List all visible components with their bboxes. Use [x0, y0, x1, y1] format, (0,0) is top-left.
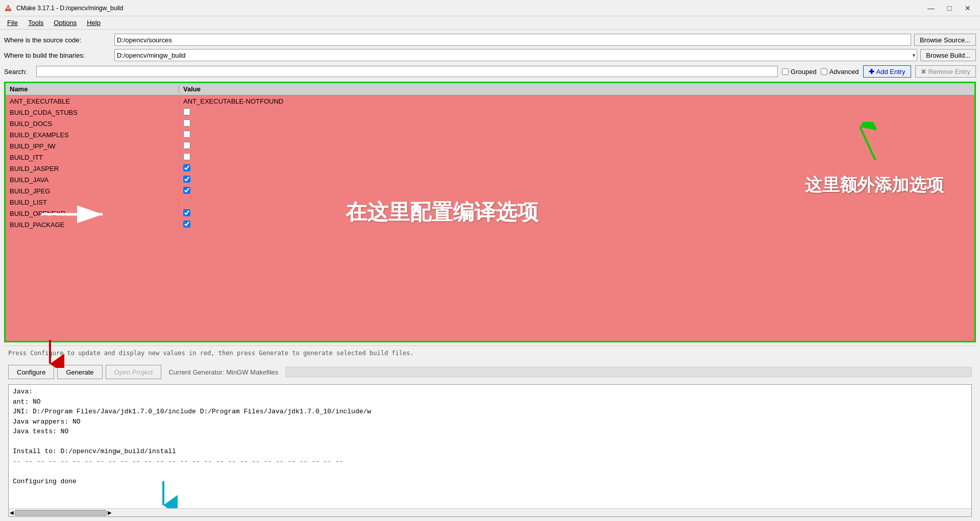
row-value — [179, 209, 974, 218]
cmake-table: Name Value ANT_EXECUTABLE ANT_EXECUTABLE… — [4, 82, 976, 342]
table-row[interactable]: BUILD_PACKAGE — [6, 219, 974, 230]
row-name: BUILD_EXAMPLES — [6, 131, 179, 139]
table-row[interactable]: BUILD_LIST — [6, 196, 974, 208]
row-name: BUILD_LIST — [6, 199, 179, 206]
configure-button[interactable]: Configure — [8, 365, 54, 379]
generate-button[interactable]: Generate — [57, 365, 102, 379]
browse-build-button[interactable]: Browse Build... — [920, 49, 976, 61]
log-line: Java: — [13, 387, 967, 397]
table-header: Name Value — [6, 83, 974, 95]
grouped-checkbox[interactable] — [782, 68, 789, 75]
table-row[interactable]: BUILD_DOCS — [6, 118, 974, 129]
generator-label: Current Generator: MinGW Makefiles — [168, 368, 278, 376]
table-row[interactable]: BUILD_CUDA_STUBS — [6, 107, 974, 118]
row-checkbox[interactable] — [183, 131, 190, 138]
log-line: Java wrappers: NO — [13, 417, 967, 427]
row-name: BUILD_CUDA_STUBS — [6, 109, 179, 116]
row-name: BUILD_PACKAGE — [6, 221, 179, 229]
source-path-label: Where is the source code: — [4, 36, 111, 44]
row-name: ANT_EXECUTABLE — [6, 97, 179, 105]
annotation-right-text: 这里额外添加选项 — [805, 173, 944, 197]
log-line: ant: NO — [13, 397, 967, 407]
row-value — [179, 119, 974, 128]
plus-icon: ✚ — [869, 68, 874, 76]
search-row: Search: Grouped Advanced ✚ Add Entry ✖ R… — [4, 64, 976, 79]
row-checkbox[interactable] — [183, 142, 190, 149]
close-button[interactable]: ✕ — [960, 2, 976, 14]
log-line — [13, 437, 967, 447]
log-horizontal-scrollbar[interactable]: ◀ ▶ — [9, 508, 971, 516]
log-line — [13, 466, 967, 477]
grouped-label: Grouped — [791, 68, 817, 76]
row-name: BUILD_JPEG — [6, 187, 179, 195]
log-area: Java: ant: NO JNI: D:/Pr — [8, 384, 972, 517]
row-value — [179, 153, 974, 162]
row-name: BUILD_OPENEXR — [6, 210, 179, 217]
maximize-button[interactable]: □ — [941, 2, 958, 14]
scroll-right-arrow[interactable]: ▶ — [108, 510, 112, 515]
table-body[interactable]: ANT_EXECUTABLE ANT_EXECUTABLE-NOTFOUND B… — [6, 95, 974, 341]
row-checkbox[interactable] — [183, 108, 190, 115]
status-text: Press Configure to update and display ne… — [8, 350, 414, 357]
table-row[interactable]: BUILD_ITT — [6, 152, 974, 163]
minimize-button[interactable]: — — [923, 2, 939, 14]
title-bar: CMake 3.17.1 - D:/opencv/mingw_build — □… — [0, 0, 980, 16]
cmake-icon — [4, 4, 12, 12]
log-line: JNI: D:/Program Files/Java/jdk1.7.0_10/i… — [13, 407, 967, 417]
scrollbar-thumb[interactable] — [15, 510, 107, 516]
log-content[interactable]: Java: ant: NO JNI: D:/Pr — [9, 385, 971, 508]
row-value — [179, 131, 974, 139]
row-checkbox[interactable] — [183, 187, 190, 194]
row-value — [179, 220, 974, 229]
row-value — [179, 142, 974, 151]
bottom-buttons: Configure Generate Open Project Current … — [4, 363, 976, 381]
source-path-input[interactable] — [114, 34, 911, 46]
table-row[interactable]: BUILD_JASPER — [6, 163, 974, 174]
log-line: -- -- -- -- -- -- -- -- -- -- -- -- -- -… — [13, 457, 967, 467]
source-path-row: Where is the source code: Browse Source.… — [4, 34, 976, 46]
log-line: Java tests: NO — [13, 427, 967, 437]
menu-bar: File Tools Options Help — [0, 16, 980, 30]
row-value: ANT_EXECUTABLE-NOTFOUND — [179, 97, 974, 105]
row-name: BUILD_IPP_IW — [6, 142, 179, 150]
status-bar: Press Configure to update and display ne… — [4, 345, 976, 360]
menu-help[interactable]: Help — [82, 18, 106, 28]
browse-source-button[interactable]: Browse Source... — [914, 34, 976, 46]
row-checkbox[interactable] — [183, 153, 190, 160]
table-row[interactable]: BUILD_EXAMPLES — [6, 129, 974, 140]
log-line: Install to: D:/opencv/mingw_build/instal… — [13, 446, 967, 457]
row-name: BUILD_DOCS — [6, 120, 179, 128]
log-line: Configuring done — [13, 477, 967, 487]
row-checkbox[interactable] — [183, 209, 190, 216]
search-label: Search: — [4, 68, 32, 76]
build-path-label: Where to build the binaries: — [4, 52, 111, 59]
row-name: BUILD_JASPER — [6, 165, 179, 172]
row-checkbox[interactable] — [183, 220, 190, 228]
row-checkbox[interactable] — [183, 119, 190, 127]
table-row[interactable]: BUILD_OPENEXR — [6, 208, 974, 219]
add-entry-button[interactable]: ✚ Add Entry — [863, 65, 911, 78]
main-content: Where is the source code: Browse Source.… — [0, 30, 980, 521]
row-value — [179, 164, 974, 173]
row-checkbox[interactable] — [183, 176, 190, 183]
menu-file[interactable]: File — [2, 18, 23, 28]
column-value-header: Value — [179, 85, 974, 93]
advanced-label: Advanced — [829, 68, 859, 76]
window-title: CMake 3.17.1 - D:/opencv/mingw_build — [16, 5, 123, 12]
menu-tools[interactable]: Tools — [23, 18, 48, 28]
table-row[interactable]: ANT_EXECUTABLE ANT_EXECUTABLE-NOTFOUND — [6, 95, 974, 107]
menu-options[interactable]: Options — [48, 18, 82, 28]
row-checkbox[interactable] — [183, 164, 190, 171]
row-name: BUILD_JAVA — [6, 176, 179, 184]
svg-point-1 — [7, 7, 10, 10]
column-name-header: Name — [6, 85, 179, 93]
open-project-button[interactable]: Open Project — [106, 365, 162, 379]
advanced-checkbox[interactable] — [821, 68, 827, 75]
row-value — [179, 108, 974, 117]
build-path-select[interactable]: D:/opencv/mingw_build — [114, 49, 917, 61]
table-row[interactable]: BUILD_IPP_IW — [6, 140, 974, 152]
search-input[interactable] — [36, 66, 778, 77]
remove-entry-button[interactable]: ✖ Remove Entry — [915, 65, 976, 78]
progress-bar — [285, 367, 972, 377]
scroll-left-arrow[interactable]: ◀ — [10, 510, 14, 515]
